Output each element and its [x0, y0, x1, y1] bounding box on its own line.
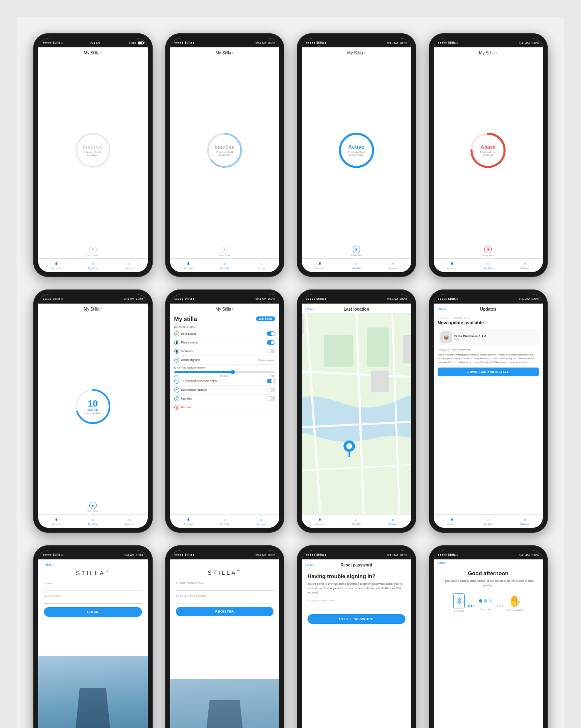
nav-account-1[interactable]: 👤 Account [52, 261, 61, 270]
setting-remove[interactable]: 🗑 Remove [174, 403, 276, 412]
register-email-field[interactable]: ENTER YOUR E-MAIL [176, 580, 274, 591]
svg-rect-16 [324, 335, 353, 367]
chevron-icon-2: ▾ [232, 51, 234, 55]
setting-phone-sound[interactable]: 📱 Phone sound [174, 338, 276, 347]
nav-settings-2[interactable]: ⚙ Settings [256, 261, 266, 270]
login-email-field[interactable]: E-MAIL [44, 581, 142, 591]
status-time-3: 9:41 AM 100% [387, 42, 407, 44]
find-label-2: Find Stilla [219, 254, 230, 257]
status-circle-2[interactable]: Inactive Press and holdto activate [206, 132, 243, 169]
updates-label: Updates [181, 397, 265, 400]
nav-account-7[interactable]: 👤 Account [315, 517, 325, 525]
nav-account-6[interactable]: 👤 Account [183, 517, 193, 525]
nav-account-3[interactable]: 👤 Account [315, 261, 325, 270]
phone-pairing: ●●●●● Stilla ᵻ 9:41 AM 100% ‹ Back Good … [429, 545, 548, 728]
status-signal-3: ●●●●● Stilla ᵻ [306, 41, 326, 44]
pairing-back-button[interactable]: ‹ Back [437, 561, 447, 565]
firmware-icon: 📦 [440, 331, 452, 343]
edit-name-button[interactable]: Edit name [256, 316, 275, 321]
nav-settings-7[interactable]: ⚙ Settings [388, 517, 398, 525]
find-stilla-4[interactable]: ◉ Find Stilla [434, 244, 543, 258]
circle-area-2: Inactive Press and holdto activate [170, 57, 280, 244]
nav-settings-6[interactable]: ⚙ Settings [256, 517, 266, 525]
register-button[interactable]: REGISTER [176, 607, 274, 616]
setting-vibration[interactable]: 📳 Vibration [174, 347, 276, 356]
status-circle-4[interactable]: Alarm Press and holdto turn off [469, 132, 507, 169]
nav-mystilla-8[interactable]: ◎ My Stilla [483, 517, 493, 525]
phone-updates: ●●●●● Stilla ᵻ 9:41 AM 100% ‹ Back Updat… [429, 289, 548, 533]
activation-delay-toggle[interactable] [267, 379, 275, 383]
bottom-nav-2: 👤 Account ◎ My Stilla ⚙ Settings [170, 258, 280, 272]
settings-icon-5: ⚙ [127, 517, 132, 522]
nav-account-5[interactable]: 👤 Account [52, 517, 61, 525]
app-header-6: My Stilla ▾ [170, 304, 280, 313]
find-stilla-2[interactable]: ◉ Find Stilla [170, 244, 280, 258]
nav-settings-3[interactable]: ⚙ Settings [388, 261, 398, 270]
nav-mystilla-1[interactable]: ◎ My Stilla [88, 261, 98, 270]
alarm-ringtone-label: Alarm ringtone [181, 358, 256, 361]
nav-account-4[interactable]: 👤 Account [447, 261, 456, 270]
setting-stilla-sound[interactable]: 🔔 Stilla sound [174, 330, 276, 338]
nav-mystilla-2[interactable]: ◎ My Stilla [220, 261, 229, 270]
nav-settings-5[interactable]: ⚙ Settings [125, 517, 134, 525]
login-back-button[interactable]: ‹ Back [44, 563, 142, 566]
nav-mystilla-5[interactable]: ◎ My Stilla [88, 517, 98, 525]
pairing-header: ‹ Back [434, 559, 543, 564]
reset-content: Having trouble signing in? You've come t… [302, 569, 411, 728]
device-step: Searching [478, 595, 493, 610]
nav-mystilla-6[interactable]: ◎ My Stilla [220, 517, 229, 525]
setting-updates[interactable]: 🔄 Updates [174, 395, 276, 403]
page-wrapper: ●●●●● Stilla ᵻ 9:41 AM 100% My Stilla ▾ [17, 17, 564, 728]
find-label-4: Find Stilla [483, 254, 493, 257]
updates-toggle[interactable] [267, 396, 275, 401]
nav-mystilla-7[interactable]: ◎ My Stilla [352, 517, 361, 525]
status-time-2: 9:41 AM 100% [256, 42, 275, 44]
reset-email-field[interactable] [308, 603, 405, 609]
settings-icon-2: ⚙ [258, 261, 264, 267]
register-password-field[interactable]: CREATE A PASSWORD [176, 593, 274, 603]
register-logo: STILLA™ [176, 569, 274, 576]
find-stilla-1[interactable]: ◉ Find Stilla [38, 244, 148, 258]
status-circle-3[interactable]: Active Press and holdto deactivate [338, 132, 375, 169]
find-stilla-3[interactable]: ◉ Find Stilla [302, 244, 411, 258]
download-install-button[interactable]: DOWNLOAD AND INSTALL [438, 368, 539, 376]
vibration-toggle[interactable] [267, 349, 275, 353]
sensitivity-bar[interactable] [174, 371, 276, 373]
circle-area-4: Alarm Press and holdto turn off [434, 57, 543, 244]
map-area[interactable] [302, 313, 411, 515]
phone-alarm: ●●●●● Stilla ᵻ 9:41 AM 100% My Stilla ▾ [429, 33, 548, 277]
setting-alarm-ringtone[interactable]: 🎵 Alarm ringtone Choose alarm › [174, 356, 276, 365]
alarm-ringtone-icon: 🎵 [174, 358, 179, 363]
last-location-toggle[interactable] [267, 387, 275, 392]
login-button[interactable]: LOGIN [44, 607, 142, 617]
nav-account-2[interactable]: 👤 Account [183, 261, 193, 270]
nav-settings-8[interactable]: ⚙ Settings [520, 517, 529, 525]
updates-back-button[interactable]: ‹ Back [437, 307, 447, 311]
mystilla-icon-7: ◎ [354, 517, 359, 522]
phone-sound-toggle[interactable] [267, 340, 275, 345]
reset-back-button[interactable]: ‹ Back [305, 563, 315, 567]
find-icon-4: ◉ [484, 246, 492, 253]
account-icon-3: 👤 [317, 261, 323, 267]
circle-label-2: Inactive [215, 144, 235, 150]
nav-mystilla-4[interactable]: ◎ My Stilla [483, 261, 493, 270]
settings-icon-6: ⚙ [258, 517, 264, 522]
find-stilla-5[interactable]: ◉ Find Stilla [38, 500, 148, 514]
svg-point-26 [484, 599, 487, 603]
nav-settings-1[interactable]: ⚙ Settings [125, 261, 134, 270]
stilla-sound-toggle[interactable] [267, 331, 275, 336]
nav-mystilla-3[interactable]: ◎ My Stilla [352, 261, 361, 270]
circle-label-4: Alarm [480, 144, 496, 150]
sensitivity-section-label: MOTION SENSITIVITY [174, 367, 276, 370]
login-password-field[interactable]: PASSWORD [44, 593, 142, 604]
setting-last-location[interactable]: 📍 Last known location [174, 386, 276, 395]
status-circle-1[interactable]: Inactive Press and holdto activate [74, 132, 112, 169]
map-back-button[interactable]: ‹ Back [305, 307, 315, 311]
setting-activation-delay[interactable]: ⏱ 10 seconds activation delay [174, 377, 276, 386]
svg-rect-18 [302, 320, 304, 333]
reset-password-button[interactable]: RESET PASSWORD [308, 614, 405, 624]
chevron-icon-4: ▾ [496, 51, 497, 55]
status-circle-5[interactable]: 10 seconds activation delay [74, 388, 112, 425]
nav-account-8[interactable]: 👤 Account [447, 517, 456, 525]
nav-settings-4[interactable]: ⚙ Settings [520, 261, 529, 270]
